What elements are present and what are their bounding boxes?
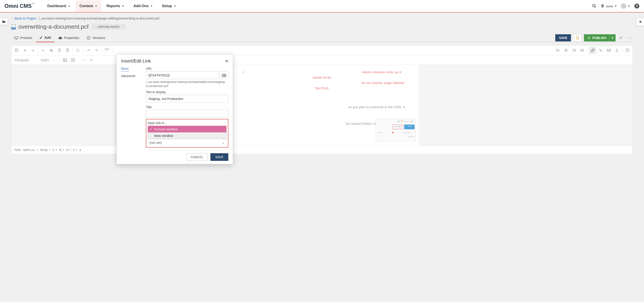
text-to-display-label: Text to display	[146, 90, 228, 94]
save-icon[interactable]	[13, 46, 20, 54]
revert-icon[interactable]: ↺	[29, 46, 36, 54]
gadgets-drawer-toggle[interactable]	[636, 18, 644, 26]
nav-reports[interactable]: Reports▼	[102, 0, 128, 12]
path-seg[interactable]: table.ou-	[23, 148, 35, 152]
dialog-cancel-button[interactable]: CANCEL	[186, 153, 208, 154]
chevron-down-icon: ▼	[122, 5, 124, 8]
link-icon[interactable]	[589, 46, 596, 54]
find-icon[interactable]	[74, 46, 82, 54]
thumb-new-button: + NEW	[404, 124, 414, 129]
site-selector[interactable]: www ▼	[600, 4, 617, 8]
dialog-tab-advanced[interactable]: Advanced	[121, 73, 142, 79]
publish-button[interactable]: PUBLISH	[584, 34, 609, 42]
align-right-icon[interactable]	[570, 46, 578, 54]
toolbar-row-2: Paragraph Styles — ↵	[12, 55, 632, 65]
image-icon[interactable]	[61, 56, 69, 64]
close-icon[interactable]: ✕	[225, 59, 228, 64]
svg-point-37	[628, 51, 628, 52]
publish-dropdown[interactable]: ▾	[609, 34, 616, 42]
folder-icon	[2, 20, 6, 23]
back-to-pages-link[interactable]: Back to Pages	[14, 16, 36, 20]
embedded-screenshot: 🔍 📍 www ▾ ? UPLOAD + NEW ▾ Filter 📌	[376, 119, 416, 141]
nav-content[interactable]: Content▼	[76, 0, 101, 12]
url-label: URL	[146, 67, 228, 70]
nav-menu: Dashboard▼ Content▼ Reports▼ Add-Ons▼ Se…	[43, 0, 592, 12]
nav-dashboard[interactable]: Dashboard▼	[43, 0, 74, 12]
lightbulb-button[interactable]	[573, 34, 582, 42]
editor-canvas[interactable]: I olumn classes only, so it needs to be …	[226, 65, 418, 146]
history-icon	[86, 36, 90, 40]
align-left-icon[interactable]	[554, 46, 562, 54]
folder-drawer-toggle[interactable]	[0, 18, 8, 25]
class-select[interactable]: (not set) ⌄	[148, 139, 226, 146]
unlink-icon[interactable]	[597, 46, 604, 54]
tab-properties[interactable]: Properties	[55, 34, 82, 42]
anchor-icon[interactable]	[613, 46, 621, 54]
more-icon[interactable]: ⋯	[626, 34, 633, 42]
tab-preview[interactable]: Preview	[11, 34, 35, 42]
help-icon[interactable]: ?	[634, 3, 640, 9]
help-toolbar-icon[interactable]	[624, 46, 631, 54]
search-icon[interactable]	[592, 4, 596, 8]
topbar-right: www ▼ ▼ ?	[592, 3, 640, 9]
option-current-window[interactable]: Current window	[148, 126, 226, 132]
browse-icon	[222, 73, 226, 77]
thumb-avatar-icon	[410, 120, 413, 123]
user-menu[interactable]: ▼	[621, 3, 630, 9]
paragraph-select[interactable]: Paragraph	[13, 57, 38, 63]
publish-icon	[587, 36, 591, 40]
cut-icon[interactable]: ✂	[40, 46, 47, 54]
breadcrumb-path: /_uw-team-testing/omni-training-tutorial…	[38, 16, 159, 20]
svg-rect-7	[60, 36, 61, 37]
svg-marker-41	[73, 60, 74, 61]
path-seg[interactable]: tbody	[40, 148, 48, 152]
text-to-display-input[interactable]	[146, 95, 228, 102]
option-new-window[interactable]: New window	[148, 132, 226, 139]
copy-icon[interactable]	[48, 46, 55, 54]
path-seg[interactable]: li	[73, 148, 74, 152]
svg-rect-4	[15, 36, 18, 38]
styles-select[interactable]: Styles	[39, 57, 58, 63]
lightbulb-icon	[576, 36, 579, 40]
chevron-down-icon: ▼	[95, 5, 97, 8]
spellcheck-icon[interactable]: ABC✓	[103, 46, 111, 54]
path-seg[interactable]: tr	[52, 148, 54, 152]
align-justify-icon[interactable]	[578, 46, 586, 54]
logo: Omni CMS™	[4, 3, 34, 9]
element-path-bar: Path: table.ou-• tbody• tr• td• ol• li• …	[12, 146, 632, 154]
hr-icon[interactable]: —	[80, 56, 88, 64]
thumb-pin-icon: 📍	[401, 120, 403, 123]
undo-icon[interactable]: ↶	[85, 46, 92, 54]
wysiwyg-editor: ✕ ↺ ✂ ↶ ↷ ABC✓	[11, 46, 633, 154]
video-icon[interactable]	[69, 56, 77, 64]
url-input[interactable]	[146, 71, 218, 79]
path-seg[interactable]: td	[59, 148, 62, 152]
tab-versions[interactable]: Versions	[83, 34, 108, 42]
paste-icon[interactable]	[56, 46, 63, 54]
browse-button[interactable]	[220, 71, 228, 79]
svg-point-9	[588, 38, 589, 38]
path-seg[interactable]: ol	[66, 148, 69, 152]
plug-icon	[638, 20, 642, 24]
nav-setup[interactable]: Setup▼	[158, 0, 180, 12]
dialog-save-button[interactable]: SAVE	[210, 153, 228, 154]
dialog-tab-basic[interactable]: Basic	[121, 66, 129, 72]
align-center-icon[interactable]	[562, 46, 570, 54]
svg-point-18	[77, 49, 79, 51]
chevron-down-icon: ▼	[628, 5, 630, 8]
status-badge: UNPUBLISHED	[92, 24, 126, 30]
save-button[interactable]: SAVE	[555, 34, 571, 42]
mailto-icon[interactable]	[605, 46, 613, 54]
paste-text-icon[interactable]	[64, 46, 71, 54]
linebreak-icon[interactable]: ↵	[88, 56, 96, 64]
redo-icon[interactable]: ↷	[93, 46, 100, 54]
monitor-icon	[14, 36, 18, 40]
nav-addons[interactable]: Add-Ons▼	[129, 0, 157, 12]
open-link-dropdown[interactable]: Current window New window	[148, 126, 226, 139]
tab-edit[interactable]: Edit	[36, 34, 54, 42]
expand-icon[interactable]: ⤢	[618, 34, 624, 42]
title-input[interactable]	[146, 110, 228, 118]
path-seg[interactable]: a	[79, 148, 81, 152]
cancel-icon[interactable]: ✕	[21, 46, 28, 54]
chevron-down-icon: ▼	[68, 5, 70, 8]
